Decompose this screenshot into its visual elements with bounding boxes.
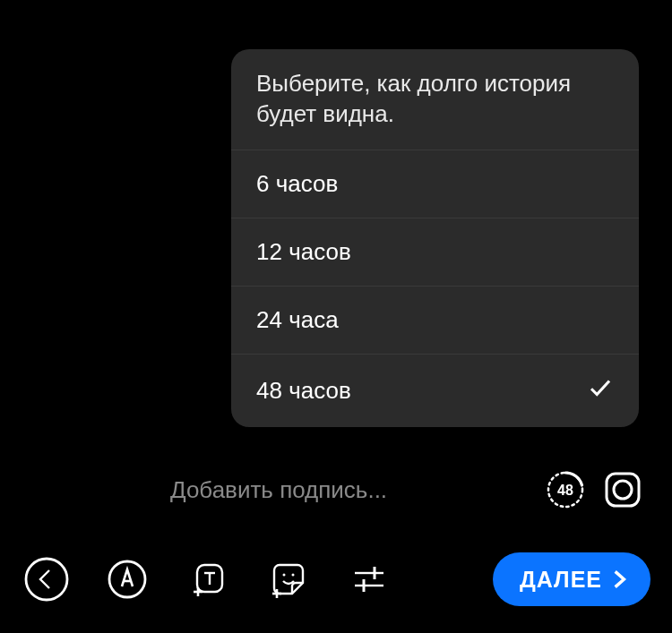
caption-input[interactable] bbox=[170, 476, 520, 504]
popover-option-24h[interactable]: 24 часа bbox=[231, 287, 639, 355]
caption-bar: 48 bbox=[27, 466, 645, 514]
popover-option-label: 48 часов bbox=[256, 377, 351, 405]
back-button[interactable] bbox=[22, 554, 72, 604]
svg-point-3 bbox=[26, 559, 67, 600]
popover-option-label: 6 часов bbox=[256, 170, 338, 198]
story-timer-icon[interactable]: 48 bbox=[545, 469, 586, 510]
popover-option-12h[interactable]: 12 часов bbox=[231, 218, 639, 287]
story-duration-popover: Выберите, как долго история будет видна.… bbox=[231, 49, 639, 427]
toolbar: ДАЛЕЕ bbox=[22, 551, 650, 608]
popover-option-label: 24 часа bbox=[256, 306, 339, 334]
next-button[interactable]: ДАЛЕЕ bbox=[493, 552, 650, 606]
svg-point-2 bbox=[614, 481, 632, 499]
popover-option-48h[interactable]: 48 часов bbox=[231, 355, 639, 427]
checkmark-icon bbox=[587, 374, 614, 407]
add-text-icon[interactable] bbox=[183, 554, 233, 604]
svg-point-11 bbox=[283, 574, 286, 577]
popover-option-6h[interactable]: 6 часов bbox=[231, 150, 639, 218]
draw-icon[interactable] bbox=[102, 554, 152, 604]
chevron-right-icon bbox=[607, 568, 631, 591]
popover-title: Выберите, как долго история будет видна. bbox=[231, 49, 639, 150]
timer-value-text: 48 bbox=[557, 483, 573, 498]
svg-rect-1 bbox=[607, 474, 639, 506]
add-sticker-icon[interactable] bbox=[263, 554, 314, 604]
caption-input-wrap bbox=[170, 466, 530, 514]
svg-point-12 bbox=[292, 574, 295, 577]
adjust-sliders-icon[interactable] bbox=[344, 554, 394, 604]
next-button-label: ДАЛЕЕ bbox=[520, 567, 602, 593]
highlight-circle-icon[interactable] bbox=[600, 467, 645, 512]
popover-option-label: 12 часов bbox=[256, 238, 351, 266]
